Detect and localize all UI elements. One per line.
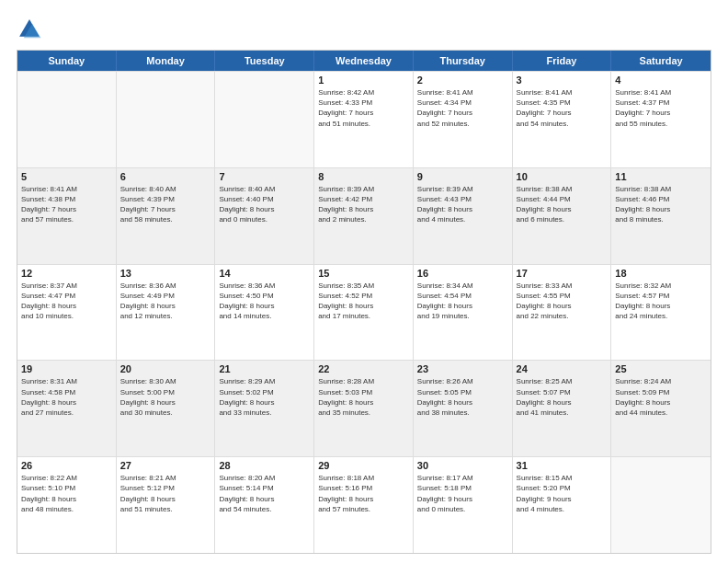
day-info: Sunrise: 8:38 AM Sunset: 4:44 PM Dayligh… — [517, 184, 608, 225]
day-cell-23: 23Sunrise: 8:26 AM Sunset: 5:05 PM Dayli… — [414, 361, 513, 456]
day-number: 12 — [21, 268, 112, 279]
calendar-body: 1Sunrise: 8:42 AM Sunset: 4:33 PM Daylig… — [17, 71, 711, 553]
day-number: 9 — [417, 171, 508, 182]
day-number: 23 — [417, 363, 508, 374]
day-cell-29: 29Sunrise: 8:18 AM Sunset: 5:16 PM Dayli… — [314, 457, 414, 553]
day-number: 20 — [120, 363, 211, 374]
day-number: 10 — [517, 171, 608, 182]
day-info: Sunrise: 8:41 AM Sunset: 4:38 PM Dayligh… — [21, 184, 112, 225]
day-cell-7: 7Sunrise: 8:40 AM Sunset: 4:40 PM Daylig… — [215, 168, 314, 264]
day-info: Sunrise: 8:34 AM Sunset: 4:54 PM Dayligh… — [417, 281, 508, 322]
empty-cell — [215, 72, 314, 167]
day-number: 14 — [219, 268, 310, 279]
day-number: 13 — [120, 268, 211, 279]
day-cell-6: 6Sunrise: 8:40 AM Sunset: 4:39 PM Daylig… — [117, 168, 216, 264]
day-info: Sunrise: 8:40 AM Sunset: 4:39 PM Dayligh… — [120, 184, 211, 225]
day-cell-11: 11Sunrise: 8:38 AM Sunset: 4:46 PM Dayli… — [611, 168, 711, 264]
day-cell-15: 15Sunrise: 8:35 AM Sunset: 4:52 PM Dayli… — [314, 265, 414, 361]
day-number: 7 — [219, 171, 310, 182]
day-info: Sunrise: 8:31 AM Sunset: 4:58 PM Dayligh… — [21, 376, 112, 418]
day-info: Sunrise: 8:25 AM Sunset: 5:07 PM Dayligh… — [517, 376, 608, 418]
day-info: Sunrise: 8:35 AM Sunset: 4:52 PM Dayligh… — [318, 281, 409, 322]
day-info: Sunrise: 8:18 AM Sunset: 5:16 PM Dayligh… — [318, 473, 409, 514]
header-day-monday: Monday — [117, 51, 216, 71]
day-cell-4: 4Sunrise: 8:41 AM Sunset: 4:37 PM Daylig… — [611, 72, 711, 167]
day-cell-27: 27Sunrise: 8:21 AM Sunset: 5:12 PM Dayli… — [117, 457, 216, 553]
day-info: Sunrise: 8:32 AM Sunset: 4:57 PM Dayligh… — [615, 281, 707, 322]
day-info: Sunrise: 8:20 AM Sunset: 5:14 PM Dayligh… — [219, 473, 310, 514]
calendar-week-1: 1Sunrise: 8:42 AM Sunset: 4:33 PM Daylig… — [17, 71, 711, 167]
day-info: Sunrise: 8:37 AM Sunset: 4:47 PM Dayligh… — [21, 281, 112, 322]
day-info: Sunrise: 8:41 AM Sunset: 4:35 PM Dayligh… — [517, 87, 608, 129]
empty-cell — [17, 72, 117, 167]
day-cell-18: 18Sunrise: 8:32 AM Sunset: 4:57 PM Dayli… — [611, 265, 711, 361]
day-info: Sunrise: 8:41 AM Sunset: 4:34 PM Dayligh… — [417, 87, 508, 129]
day-number: 17 — [517, 268, 608, 279]
day-cell-14: 14Sunrise: 8:36 AM Sunset: 4:50 PM Dayli… — [215, 265, 314, 361]
header-day-saturday: Saturday — [611, 51, 711, 71]
day-cell-12: 12Sunrise: 8:37 AM Sunset: 4:47 PM Dayli… — [17, 265, 117, 361]
day-number: 31 — [517, 460, 608, 471]
day-cell-24: 24Sunrise: 8:25 AM Sunset: 5:07 PM Dayli… — [513, 361, 612, 456]
day-cell-9: 9Sunrise: 8:39 AM Sunset: 4:43 PM Daylig… — [414, 168, 513, 264]
day-info: Sunrise: 8:17 AM Sunset: 5:18 PM Dayligh… — [417, 473, 508, 514]
day-cell-2: 2Sunrise: 8:41 AM Sunset: 4:34 PM Daylig… — [414, 72, 513, 167]
day-info: Sunrise: 8:28 AM Sunset: 5:03 PM Dayligh… — [318, 376, 409, 418]
day-info: Sunrise: 8:26 AM Sunset: 5:05 PM Dayligh… — [417, 376, 508, 418]
calendar-week-5: 26Sunrise: 8:22 AM Sunset: 5:10 PM Dayli… — [17, 456, 711, 553]
day-number: 8 — [318, 171, 409, 182]
day-cell-3: 3Sunrise: 8:41 AM Sunset: 4:35 PM Daylig… — [513, 72, 612, 167]
calendar-week-2: 5Sunrise: 8:41 AM Sunset: 4:38 PM Daylig… — [17, 167, 711, 264]
day-cell-17: 17Sunrise: 8:33 AM Sunset: 4:55 PM Dayli… — [513, 265, 612, 361]
day-cell-21: 21Sunrise: 8:29 AM Sunset: 5:02 PM Dayli… — [215, 361, 314, 456]
day-number: 21 — [219, 363, 310, 374]
day-number: 3 — [517, 75, 608, 86]
day-number: 4 — [615, 75, 707, 86]
day-number: 22 — [318, 363, 409, 374]
logo-icon — [17, 17, 42, 42]
day-cell-25: 25Sunrise: 8:24 AM Sunset: 5:09 PM Dayli… — [611, 361, 711, 456]
day-cell-30: 30Sunrise: 8:17 AM Sunset: 5:18 PM Dayli… — [414, 457, 513, 553]
day-number: 24 — [517, 363, 608, 374]
header-day-tuesday: Tuesday — [215, 51, 314, 71]
header-day-wednesday: Wednesday — [314, 51, 414, 71]
day-info: Sunrise: 8:15 AM Sunset: 5:20 PM Dayligh… — [517, 473, 608, 514]
day-number: 28 — [219, 460, 310, 471]
day-number: 11 — [615, 171, 707, 182]
day-info: Sunrise: 8:40 AM Sunset: 4:40 PM Dayligh… — [219, 184, 310, 225]
day-number: 15 — [318, 268, 409, 279]
day-info: Sunrise: 8:42 AM Sunset: 4:33 PM Dayligh… — [318, 87, 409, 129]
day-info: Sunrise: 8:29 AM Sunset: 5:02 PM Dayligh… — [219, 376, 310, 418]
day-cell-13: 13Sunrise: 8:36 AM Sunset: 4:49 PM Dayli… — [117, 265, 216, 361]
day-cell-26: 26Sunrise: 8:22 AM Sunset: 5:10 PM Dayli… — [17, 457, 117, 553]
day-number: 19 — [21, 363, 112, 374]
day-cell-5: 5Sunrise: 8:41 AM Sunset: 4:38 PM Daylig… — [17, 168, 117, 264]
day-number: 26 — [21, 460, 112, 471]
day-info: Sunrise: 8:41 AM Sunset: 4:37 PM Dayligh… — [615, 87, 707, 129]
day-cell-10: 10Sunrise: 8:38 AM Sunset: 4:44 PM Dayli… — [513, 168, 612, 264]
calendar: SundayMondayTuesdayWednesdayThursdayFrid… — [17, 50, 711, 554]
day-number: 5 — [21, 171, 112, 182]
day-number: 30 — [417, 460, 508, 471]
day-info: Sunrise: 8:33 AM Sunset: 4:55 PM Dayligh… — [517, 281, 608, 322]
empty-cell — [117, 72, 216, 167]
day-number: 1 — [318, 75, 409, 86]
day-info: Sunrise: 8:21 AM Sunset: 5:12 PM Dayligh… — [120, 473, 211, 514]
day-number: 25 — [615, 363, 707, 374]
calendar-week-4: 19Sunrise: 8:31 AM Sunset: 4:58 PM Dayli… — [17, 360, 711, 456]
day-cell-20: 20Sunrise: 8:30 AM Sunset: 5:00 PM Dayli… — [117, 361, 216, 456]
day-number: 27 — [120, 460, 211, 471]
day-info: Sunrise: 8:38 AM Sunset: 4:46 PM Dayligh… — [615, 184, 707, 225]
day-cell-22: 22Sunrise: 8:28 AM Sunset: 5:03 PM Dayli… — [314, 361, 414, 456]
empty-cell — [611, 457, 711, 553]
day-cell-19: 19Sunrise: 8:31 AM Sunset: 4:58 PM Dayli… — [17, 361, 117, 456]
day-info: Sunrise: 8:22 AM Sunset: 5:10 PM Dayligh… — [21, 473, 112, 514]
calendar-week-3: 12Sunrise: 8:37 AM Sunset: 4:47 PM Dayli… — [17, 264, 711, 361]
day-cell-1: 1Sunrise: 8:42 AM Sunset: 4:33 PM Daylig… — [314, 72, 414, 167]
day-cell-8: 8Sunrise: 8:39 AM Sunset: 4:42 PM Daylig… — [314, 168, 414, 264]
day-info: Sunrise: 8:39 AM Sunset: 4:42 PM Dayligh… — [318, 184, 409, 225]
day-info: Sunrise: 8:30 AM Sunset: 5:00 PM Dayligh… — [120, 376, 211, 418]
day-number: 6 — [120, 171, 211, 182]
calendar-header: SundayMondayTuesdayWednesdayThursdayFrid… — [17, 51, 711, 71]
day-number: 16 — [417, 268, 508, 279]
